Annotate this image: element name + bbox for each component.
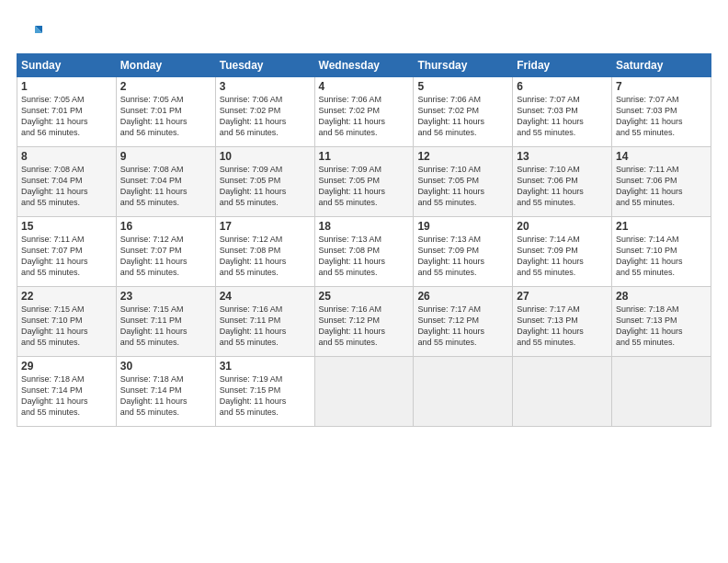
calendar-cell: 25Sunrise: 7:16 AM Sunset: 7:12 PM Dayli… xyxy=(314,287,414,357)
day-number: 17 xyxy=(220,220,311,233)
day-number: 14 xyxy=(616,150,707,163)
day-info: Sunrise: 7:11 AM Sunset: 7:06 PM Dayligh… xyxy=(616,164,707,209)
calendar-cell: 14Sunrise: 7:11 AM Sunset: 7:06 PM Dayli… xyxy=(612,147,711,217)
day-info: Sunrise: 7:09 AM Sunset: 7:05 PM Dayligh… xyxy=(319,164,410,209)
calendar-cell: 16Sunrise: 7:12 AM Sunset: 7:07 PM Dayli… xyxy=(116,217,215,287)
day-info: Sunrise: 7:10 AM Sunset: 7:06 PM Dayligh… xyxy=(517,164,608,209)
day-info: Sunrise: 7:14 AM Sunset: 7:10 PM Dayligh… xyxy=(616,234,707,279)
day-number: 25 xyxy=(319,290,410,303)
calendar-cell: 1Sunrise: 7:05 AM Sunset: 7:01 PM Daylig… xyxy=(17,77,117,147)
calendar-week-row: 29Sunrise: 7:18 AM Sunset: 7:14 PM Dayli… xyxy=(17,357,711,427)
calendar-cell: 21Sunrise: 7:14 AM Sunset: 7:10 PM Dayli… xyxy=(612,217,711,287)
calendar-cell: 19Sunrise: 7:13 AM Sunset: 7:09 PM Dayli… xyxy=(414,217,513,287)
calendar-cell: 10Sunrise: 7:09 AM Sunset: 7:05 PM Dayli… xyxy=(215,147,314,217)
calendar-cell: 8Sunrise: 7:08 AM Sunset: 7:04 PM Daylig… xyxy=(17,147,117,217)
day-info: Sunrise: 7:11 AM Sunset: 7:07 PM Dayligh… xyxy=(21,234,112,279)
calendar-header-monday: Monday xyxy=(116,54,215,77)
day-info: Sunrise: 7:13 AM Sunset: 7:08 PM Dayligh… xyxy=(319,234,410,279)
day-number: 19 xyxy=(417,220,508,233)
day-number: 18 xyxy=(319,220,410,233)
day-info: Sunrise: 7:18 AM Sunset: 7:13 PM Dayligh… xyxy=(616,304,707,349)
calendar-header-wednesday: Wednesday xyxy=(314,54,414,77)
day-info: Sunrise: 7:18 AM Sunset: 7:14 PM Dayligh… xyxy=(120,373,211,419)
calendar-cell: 20Sunrise: 7:14 AM Sunset: 7:09 PM Dayli… xyxy=(513,217,612,287)
day-number: 11 xyxy=(319,150,410,163)
day-info: Sunrise: 7:09 AM Sunset: 7:05 PM Dayligh… xyxy=(220,164,311,209)
calendar-cell: 18Sunrise: 7:13 AM Sunset: 7:08 PM Dayli… xyxy=(314,217,414,287)
calendar-cell: 15Sunrise: 7:11 AM Sunset: 7:07 PM Dayli… xyxy=(17,217,117,287)
calendar-cell xyxy=(513,357,612,427)
calendar-cell: 3Sunrise: 7:06 AM Sunset: 7:02 PM Daylig… xyxy=(215,77,314,147)
calendar-cell: 11Sunrise: 7:09 AM Sunset: 7:05 PM Dayli… xyxy=(314,147,414,217)
calendar-table: SundayMondayTuesdayWednesdayThursdayFrid… xyxy=(17,53,711,427)
day-number: 5 xyxy=(417,80,508,93)
calendar-cell: 13Sunrise: 7:10 AM Sunset: 7:06 PM Dayli… xyxy=(513,147,612,217)
calendar-cell: 17Sunrise: 7:12 AM Sunset: 7:08 PM Dayli… xyxy=(215,217,314,287)
day-number: 8 xyxy=(21,150,112,163)
day-info: Sunrise: 7:05 AM Sunset: 7:01 PM Dayligh… xyxy=(120,94,211,139)
calendar-header-saturday: Saturday xyxy=(612,54,711,77)
day-info: Sunrise: 7:12 AM Sunset: 7:08 PM Dayligh… xyxy=(220,234,311,279)
logo xyxy=(17,20,46,46)
calendar-cell: 29Sunrise: 7:18 AM Sunset: 7:14 PM Dayli… xyxy=(17,357,117,427)
day-number: 30 xyxy=(120,360,211,373)
day-number: 15 xyxy=(21,220,112,233)
day-info: Sunrise: 7:08 AM Sunset: 7:04 PM Dayligh… xyxy=(120,164,211,209)
day-info: Sunrise: 7:06 AM Sunset: 7:02 PM Dayligh… xyxy=(319,94,410,139)
calendar-week-row: 1Sunrise: 7:05 AM Sunset: 7:01 PM Daylig… xyxy=(17,77,711,147)
day-number: 12 xyxy=(417,150,508,163)
day-info: Sunrise: 7:19 AM Sunset: 7:15 PM Dayligh… xyxy=(220,373,311,419)
calendar-cell: 2Sunrise: 7:05 AM Sunset: 7:01 PM Daylig… xyxy=(116,77,215,147)
day-number: 24 xyxy=(220,290,311,303)
calendar-cell: 28Sunrise: 7:18 AM Sunset: 7:13 PM Dayli… xyxy=(612,287,711,357)
calendar-header-tuesday: Tuesday xyxy=(215,54,314,77)
day-info: Sunrise: 7:14 AM Sunset: 7:09 PM Dayligh… xyxy=(517,234,608,279)
calendar-header-thursday: Thursday xyxy=(414,54,513,77)
day-number: 10 xyxy=(220,150,311,163)
calendar-cell xyxy=(612,357,711,427)
day-info: Sunrise: 7:05 AM Sunset: 7:01 PM Dayligh… xyxy=(21,94,112,139)
day-info: Sunrise: 7:07 AM Sunset: 7:03 PM Dayligh… xyxy=(616,94,707,139)
calendar-cell xyxy=(314,357,414,427)
day-number: 4 xyxy=(319,80,410,93)
day-info: Sunrise: 7:06 AM Sunset: 7:02 PM Dayligh… xyxy=(220,94,311,139)
calendar-cell: 9Sunrise: 7:08 AM Sunset: 7:04 PM Daylig… xyxy=(116,147,215,217)
day-number: 16 xyxy=(120,220,211,233)
day-number: 7 xyxy=(616,80,707,93)
calendar-cell: 26Sunrise: 7:17 AM Sunset: 7:12 PM Dayli… xyxy=(414,287,513,357)
calendar-body: 1Sunrise: 7:05 AM Sunset: 7:01 PM Daylig… xyxy=(17,77,711,427)
calendar-cell: 30Sunrise: 7:18 AM Sunset: 7:14 PM Dayli… xyxy=(116,357,215,427)
day-number: 1 xyxy=(21,80,112,93)
page-header xyxy=(17,17,711,46)
generalblue-logo-icon xyxy=(17,20,42,46)
calendar-header-row: SundayMondayTuesdayWednesdayThursdayFrid… xyxy=(17,54,711,77)
calendar-header-sunday: Sunday xyxy=(17,54,117,77)
day-number: 13 xyxy=(517,150,608,163)
calendar-cell: 12Sunrise: 7:10 AM Sunset: 7:05 PM Dayli… xyxy=(414,147,513,217)
calendar-cell: 5Sunrise: 7:06 AM Sunset: 7:02 PM Daylig… xyxy=(414,77,513,147)
day-number: 27 xyxy=(517,290,608,303)
day-number: 20 xyxy=(517,220,608,233)
calendar-week-row: 22Sunrise: 7:15 AM Sunset: 7:10 PM Dayli… xyxy=(17,287,711,357)
day-info: Sunrise: 7:12 AM Sunset: 7:07 PM Dayligh… xyxy=(120,234,211,279)
day-info: Sunrise: 7:18 AM Sunset: 7:14 PM Dayligh… xyxy=(21,373,112,419)
day-number: 2 xyxy=(120,80,211,93)
day-number: 3 xyxy=(220,80,311,93)
day-number: 23 xyxy=(120,290,211,303)
day-number: 6 xyxy=(517,80,608,93)
calendar-header-friday: Friday xyxy=(513,54,612,77)
day-number: 26 xyxy=(417,290,508,303)
calendar-cell: 4Sunrise: 7:06 AM Sunset: 7:02 PM Daylig… xyxy=(314,77,414,147)
day-info: Sunrise: 7:15 AM Sunset: 7:11 PM Dayligh… xyxy=(120,304,211,349)
day-info: Sunrise: 7:06 AM Sunset: 7:02 PM Dayligh… xyxy=(417,94,508,139)
calendar-cell: 23Sunrise: 7:15 AM Sunset: 7:11 PM Dayli… xyxy=(116,287,215,357)
day-number: 29 xyxy=(21,360,112,373)
day-info: Sunrise: 7:15 AM Sunset: 7:10 PM Dayligh… xyxy=(21,304,112,349)
calendar-cell: 24Sunrise: 7:16 AM Sunset: 7:11 PM Dayli… xyxy=(215,287,314,357)
day-number: 28 xyxy=(616,290,707,303)
day-info: Sunrise: 7:16 AM Sunset: 7:12 PM Dayligh… xyxy=(319,304,410,349)
day-number: 21 xyxy=(616,220,707,233)
calendar-cell: 22Sunrise: 7:15 AM Sunset: 7:10 PM Dayli… xyxy=(17,287,117,357)
calendar-cell: 27Sunrise: 7:17 AM Sunset: 7:13 PM Dayli… xyxy=(513,287,612,357)
calendar-week-row: 8Sunrise: 7:08 AM Sunset: 7:04 PM Daylig… xyxy=(17,147,711,217)
